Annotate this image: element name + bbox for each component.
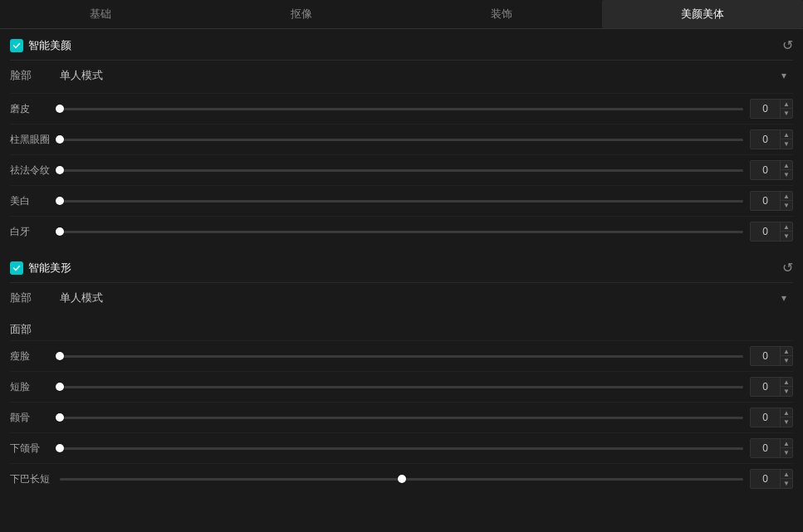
arrow-up-zhuheiyan[interactable]: ▲ (781, 130, 792, 139)
slider-row-falingwen: 祛法令纹 0 ▲ ▼ (10, 154, 793, 185)
section-beauty-shape-header: 智能美形 ↺ (10, 260, 793, 276)
slider-row-meibai: 美白 0 ▲ ▼ (10, 185, 793, 216)
beauty-shape-mode-select[interactable]: 单人模式 (60, 288, 793, 307)
arrow-up-quangu[interactable]: ▲ (781, 408, 792, 417)
content-area: 智能美颜 ↺ 脸部 单人模式 ▾ 磨皮 0 (0, 29, 803, 499)
slider-row-duanlian: 短脸 0 ▲ ▼ (10, 371, 793, 402)
slider-track-wrapper-quangu[interactable] (60, 417, 743, 419)
arrow-down-meibai[interactable]: ▼ (781, 201, 792, 210)
slider-track-wrapper-xiabachang[interactable] (60, 478, 743, 481)
beauty-shape-mode-label: 脸部 (10, 290, 60, 305)
arrow-up-mopin[interactable]: ▲ (781, 100, 792, 109)
arrow-up-duanlian[interactable]: ▲ (781, 378, 792, 387)
slider-row-xiabachang: 下巴长短 0 ▲ ▼ (10, 463, 793, 494)
number-val-xiabachang: 0 (751, 471, 780, 486)
slider-track-wrapper-xiahegu[interactable] (60, 447, 743, 450)
number-arrows-mopin: ▲ ▼ (780, 100, 792, 118)
slider-label-xiahegu: 下颌骨 (10, 442, 60, 456)
slider-track-xiabachang[interactable] (60, 478, 743, 481)
number-val-quangu: 0 (751, 410, 780, 425)
section-beauty-face-header-left: 智能美颜 (10, 38, 71, 53)
number-val-shoulian: 0 (751, 349, 780, 364)
slider-label-baiya: 白牙 (10, 225, 60, 239)
tab-cutout[interactable]: 抠像 (201, 0, 402, 28)
tab-decoration[interactable]: 装饰 (402, 0, 603, 28)
number-arrows-xiahegu: ▲ ▼ (780, 439, 792, 457)
slider-label-meibai: 美白 (10, 194, 60, 208)
arrow-up-xiahegu[interactable]: ▲ (781, 439, 792, 448)
number-box-mopin: 0 ▲ ▼ (750, 99, 793, 119)
arrow-up-shoulian[interactable]: ▲ (781, 347, 792, 356)
slider-label-quangu: 颧骨 (10, 411, 60, 425)
slider-track-wrapper-baiya[interactable] (60, 231, 743, 233)
arrow-up-meibai[interactable]: ▲ (781, 192, 792, 201)
beauty-shape-reset-icon[interactable]: ↺ (782, 260, 793, 276)
arrow-up-baiya[interactable]: ▲ (781, 222, 792, 232)
number-val-baiya: 0 (751, 224, 780, 239)
slider-track-wrapper-duanlian[interactable] (60, 386, 743, 388)
arrow-down-quangu[interactable]: ▼ (781, 417, 792, 427)
slider-track-wrapper-mopin[interactable] (60, 108, 743, 110)
beauty-shape-mode-wrapper: 单人模式 ▾ (60, 288, 793, 307)
slider-row-xiahegu: 下颌骨 0 ▲ ▼ (10, 432, 793, 463)
arrow-down-xiabachang[interactable]: ▼ (781, 479, 792, 488)
slider-track-shoulian[interactable] (60, 355, 743, 358)
arrow-down-duanlian[interactable]: ▼ (781, 387, 792, 396)
slider-track-falingwen[interactable] (60, 169, 743, 172)
slider-label-xiabachang: 下巴长短 (10, 472, 60, 486)
beauty-face-title: 智能美颜 (28, 38, 71, 53)
number-arrows-xiabachang: ▲ ▼ (780, 470, 792, 488)
slider-track-wrapper-falingwen[interactable] (60, 169, 743, 172)
tabs-bar: 基础 抠像 装饰 美颜美体 (0, 0, 803, 29)
tab-basics[interactable]: 基础 (0, 0, 201, 28)
number-val-xiahegu: 0 (751, 441, 780, 456)
section-beauty-face-header: 智能美颜 ↺ (10, 37, 793, 53)
slider-label-duanlian: 短脸 (10, 380, 60, 394)
slider-track-meibai[interactable] (60, 200, 743, 203)
slider-track-duanlian[interactable] (60, 386, 743, 388)
number-box-falingwen: 0 ▲ ▼ (750, 160, 793, 180)
beauty-face-mode-select[interactable]: 单人模式 (60, 66, 793, 85)
number-val-duanlian: 0 (751, 379, 780, 394)
slider-track-wrapper-zhuheiyan[interactable] (60, 139, 743, 141)
slider-track-mopin[interactable] (60, 108, 743, 110)
arrow-up-xiabachang[interactable]: ▲ (781, 470, 792, 479)
number-box-baiya: 0 ▲ ▼ (750, 222, 793, 242)
slider-track-quangu[interactable] (60, 417, 743, 419)
slider-track-wrapper-meibai[interactable] (60, 200, 743, 203)
number-arrows-quangu: ▲ ▼ (780, 408, 792, 427)
arrow-down-xiahegu[interactable]: ▼ (781, 448, 792, 457)
slider-label-shoulian: 瘦脸 (10, 349, 60, 364)
arrow-down-zhuheiyan[interactable]: ▼ (781, 139, 792, 149)
number-arrows-baiya: ▲ ▼ (780, 222, 792, 241)
beauty-face-mode-label: 脸部 (10, 68, 60, 83)
slider-track-xiahegu[interactable] (60, 447, 743, 450)
number-val-zhuheiyan: 0 (751, 132, 780, 147)
slider-label-falingwen: 祛法令纹 (10, 164, 60, 178)
number-box-zhuheiyan: 0 ▲ ▼ (750, 129, 793, 149)
slider-track-zhuheiyan[interactable] (60, 139, 743, 141)
beauty-face-checkbox[interactable] (10, 39, 23, 52)
beauty-face-mode-wrapper: 单人模式 ▾ (60, 66, 793, 85)
arrow-down-shoulian[interactable]: ▼ (781, 356, 792, 365)
arrow-down-baiya[interactable]: ▼ (781, 232, 792, 241)
slider-label-mopin: 磨皮 (10, 102, 60, 116)
beauty-shape-checkbox[interactable] (10, 261, 23, 275)
number-val-falingwen: 0 (751, 163, 780, 178)
slider-row-zhuheiyan: 柱黑眼圈 0 ▲ ▼ (10, 124, 793, 154)
beauty-shape-mode-row: 脸部 单人模式 ▾ (10, 282, 793, 312)
slider-track-baiya[interactable] (60, 231, 743, 233)
slider-label-zhuheiyan: 柱黑眼圈 (10, 133, 60, 147)
slider-row-baiya: 白牙 0 ▲ ▼ (10, 216, 793, 246)
section-beauty-shape-header-left: 智能美形 (10, 261, 71, 276)
arrow-down-falingwen[interactable]: ▼ (781, 170, 792, 179)
slider-track-wrapper-shoulian[interactable] (60, 355, 743, 358)
arrow-down-mopin[interactable]: ▼ (781, 109, 792, 118)
number-arrows-shoulian: ▲ ▼ (780, 347, 792, 365)
beauty-shape-title: 智能美形 (28, 261, 71, 276)
tab-beauty[interactable]: 美颜美体 (602, 0, 803, 28)
arrow-up-falingwen[interactable]: ▲ (781, 161, 792, 170)
beauty-face-reset-icon[interactable]: ↺ (782, 37, 793, 53)
number-box-meibai: 0 ▲ ▼ (750, 191, 793, 211)
number-box-duanlian: 0 ▲ ▼ (750, 377, 793, 397)
